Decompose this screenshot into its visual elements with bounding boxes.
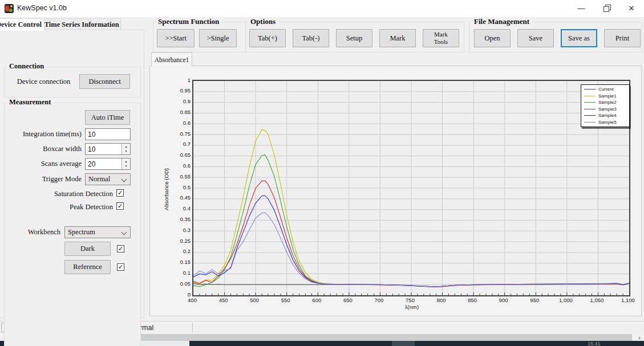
open-button[interactable]: Open [474, 29, 511, 47]
legend-line-icon [584, 89, 596, 89]
tab-time-series[interactable]: Time Series [43, 18, 81, 30]
trigger-mode-select[interactable]: Normal [85, 173, 131, 185]
scans-average-input[interactable]: 20 ▲ ▼ [85, 158, 131, 170]
tab-time-series-label: Time Series [44, 21, 80, 29]
plot-canvas[interactable] [193, 81, 629, 295]
taskbar-clock[interactable]: 15:41 [588, 341, 601, 346]
y-tick-label: 0.5 [171, 184, 191, 190]
tab-absorbance1[interactable]: Absorbance1 [151, 52, 192, 66]
tab-plus-button-label: Tab(+) [258, 34, 277, 43]
reference-button[interactable]: Reference [64, 260, 111, 274]
disconnect-button-label: Disconnect [88, 78, 120, 86]
x-tick-label: 750 [398, 297, 423, 303]
y-tick-label: 0.4 [171, 205, 191, 211]
measurement-group: Measurement Auto iTime Integration time(… [4, 103, 141, 346]
save-button-label: Save [529, 34, 542, 43]
tab-plus-button[interactable]: Tab(+) [249, 29, 286, 47]
disconnect-button[interactable]: Disconnect [79, 74, 130, 89]
boxcar-width-spinner[interactable]: ▲ ▼ [121, 144, 130, 154]
legend-line-icon [584, 109, 596, 109]
boxcar-width-label: Boxcar width [9, 145, 82, 153]
spin-up-icon[interactable]: ▲ [125, 145, 128, 148]
print-button-label: Print [615, 34, 629, 43]
app-logo-icon [5, 4, 14, 13]
plot-area[interactable] [192, 80, 630, 296]
boxcar-width-value: 10 [88, 145, 95, 153]
legend-line-icon [584, 122, 596, 123]
integration-time-label: Integration time(ms) [9, 130, 82, 139]
integration-time-value: 10 [88, 131, 95, 139]
boxcar-width-input[interactable]: 10 ▲ ▼ [85, 143, 131, 155]
save-as-button[interactable]: Save as [561, 29, 597, 47]
y-tick-label: 0.75 [171, 131, 191, 137]
y-axis-label: Absorbance (OD) [163, 144, 171, 235]
y-tick-label: 0.15 [171, 259, 191, 265]
scans-average-spinner[interactable]: ▲ ▼ [121, 158, 130, 169]
y-tick-label: 0.85 [171, 109, 191, 115]
y-tick-label: 0.7 [171, 141, 191, 147]
spin-up-icon[interactable]: ▲ [125, 160, 128, 163]
spin-down-icon[interactable]: ▼ [125, 150, 128, 153]
tab-information[interactable]: Information [80, 18, 121, 30]
tab-minus-button[interactable]: Tab(-) [293, 29, 329, 47]
y-tick-label: 0.05 [171, 280, 191, 287]
saturation-detection-label: Saturation Detection [9, 190, 113, 198]
taskbar-app-icon[interactable] [392, 341, 415, 346]
y-tick-label: 0.6 [171, 162, 191, 169]
integration-time-input[interactable]: 10 [85, 128, 131, 140]
scrollbar-thumb[interactable] [63, 334, 632, 341]
connection-group: Connection Device connection Disconnect [4, 67, 141, 97]
dark-button[interactable]: Dark [64, 242, 111, 256]
spectrum-function-header: Spectrum Function [156, 17, 221, 26]
x-tick-label: 400 [180, 297, 205, 303]
mark-tools-button[interactable]: Mark Tools [423, 29, 459, 47]
y-tick-label: 0.35 [171, 216, 191, 222]
minimize-button-icon[interactable]: — [572, 0, 591, 17]
trigger-mode-label: Trigger Mode [9, 175, 82, 184]
status-separator [192, 323, 193, 332]
workbench-value: Spectrum [68, 228, 95, 237]
scroll-right-icon[interactable]: › [635, 334, 644, 341]
legend-label: Sample3 [598, 107, 617, 112]
start-button[interactable]: >>Start [157, 29, 195, 47]
auto-itime-button[interactable]: Auto iTime [85, 110, 130, 125]
peak-detection-label: Peak Detection [9, 203, 113, 211]
x-tick-label: 1,100 [615, 297, 641, 303]
legend-line-icon [584, 102, 596, 103]
workbench-select[interactable]: Spectrum [64, 226, 131, 238]
peak-detection-checkbox[interactable]: ✓ [116, 202, 124, 210]
x-tick-label: 700 [366, 297, 391, 303]
tab-device-control[interactable]: Device Control [0, 18, 44, 31]
y-tick-label: 0.9 [171, 98, 191, 104]
reference-checkbox[interactable]: ✓ [117, 263, 124, 271]
print-button[interactable]: Print [604, 29, 641, 47]
title-bar: KewSpec v1.0b — ✕ [0, 0, 644, 18]
close-button-icon[interactable]: ✕ [622, 0, 641, 17]
y-tick-label: 0.95 [171, 87, 191, 93]
x-tick-label: 500 [242, 297, 267, 303]
dark-checkbox[interactable]: ✓ [117, 245, 124, 253]
setup-button[interactable]: Setup [336, 29, 372, 47]
x-tick-label: 800 [429, 297, 454, 303]
y-tick-label: 0.8 [171, 120, 191, 126]
saturation-detection-checkbox[interactable]: ✓ [116, 189, 124, 197]
scans-average-label: Scans average [9, 160, 82, 168]
legend-label: Sample2 [598, 100, 617, 105]
dark-button-label: Dark [80, 245, 95, 253]
single-button[interactable]: >Single [199, 29, 237, 47]
y-tick-label: 0.25 [171, 238, 191, 244]
device-connection-label: Device connection [17, 78, 70, 86]
y-tick-label: 0.65 [171, 152, 191, 158]
x-tick-label: 950 [522, 297, 547, 303]
spin-down-icon[interactable]: ▼ [125, 165, 128, 168]
trigger-mode-value: Normal [88, 175, 110, 184]
options-header: Options [248, 17, 278, 26]
legend-label: Current [598, 87, 614, 92]
y-tick-label: 0.3 [171, 227, 191, 233]
save-button[interactable]: Save [517, 29, 554, 47]
save-as-button-label: Save as [568, 34, 590, 43]
legend-line-icon [584, 96, 596, 96]
mark-button[interactable]: Mark [379, 29, 416, 47]
restore-button-icon[interactable] [597, 0, 616, 17]
legend-line-icon [584, 115, 596, 116]
